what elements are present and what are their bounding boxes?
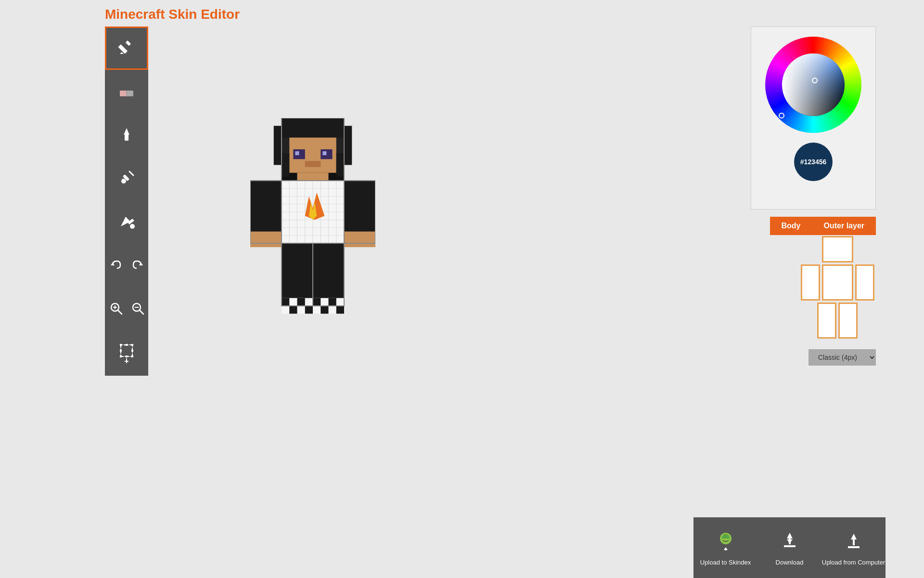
zoom-in-button[interactable] — [105, 287, 127, 330]
svg-rect-67 — [289, 306, 297, 314]
svg-marker-11 — [111, 263, 115, 265]
svg-rect-32 — [282, 118, 344, 138]
upload-computer-label: Upload from Computer — [822, 559, 886, 566]
color-hex-display[interactable]: #123456 — [794, 143, 833, 181]
svg-rect-38 — [322, 151, 326, 155]
svg-rect-23 — [131, 344, 133, 346]
svg-rect-91 — [784, 545, 796, 547]
layer-buttons: Body Outer layer — [770, 217, 876, 235]
color-wheel[interactable] — [765, 37, 861, 133]
color-picker-panel: #123456 — [751, 26, 876, 210]
svg-rect-94 — [853, 539, 855, 545]
undo-button[interactable] — [105, 243, 127, 287]
body-layer-button[interactable]: Body — [770, 217, 812, 235]
undo-redo-row — [105, 243, 148, 287]
redo-button[interactable] — [127, 243, 148, 287]
svg-rect-77 — [344, 126, 352, 165]
bottom-action-bar: Upload to Skindex Download Upload from C… — [693, 517, 886, 578]
svg-rect-22 — [126, 344, 128, 346]
svg-point-85 — [722, 535, 725, 538]
select-tool[interactable] — [105, 330, 148, 376]
svg-rect-76 — [274, 126, 282, 165]
right-leg-part[interactable] — [838, 302, 858, 339]
upload-skindex-button[interactable]: Upload to Skindex — [693, 517, 757, 578]
svg-rect-63 — [313, 243, 344, 306]
stamp-tool[interactable] — [105, 113, 148, 157]
eraser-tool[interactable] — [105, 70, 148, 113]
svg-rect-62 — [282, 243, 313, 306]
svg-point-7 — [121, 179, 126, 184]
upload-skindex-icon — [715, 530, 736, 555]
svg-rect-26 — [126, 355, 128, 357]
svg-rect-6 — [125, 134, 128, 141]
svg-rect-88 — [725, 548, 726, 551]
color-saturation-picker[interactable] — [782, 53, 845, 116]
svg-rect-95 — [848, 546, 860, 548]
svg-point-10 — [130, 224, 135, 229]
svg-rect-60 — [250, 232, 282, 248]
svg-rect-4 — [120, 91, 127, 96]
pencil-tool[interactable] — [105, 26, 148, 70]
svg-rect-61 — [344, 232, 375, 248]
download-label: Download — [776, 559, 804, 566]
app-title: Minecraft Skin Editor — [105, 7, 240, 22]
svg-rect-1 — [118, 44, 128, 54]
upload-skindex-label: Upload to Skindex — [700, 559, 751, 566]
svg-rect-66 — [282, 298, 289, 306]
right-arm-part[interactable] — [855, 264, 874, 301]
fill-tool[interactable] — [105, 200, 148, 243]
upload-computer-icon — [843, 530, 864, 555]
svg-marker-12 — [139, 263, 143, 265]
svg-rect-20 — [121, 345, 132, 356]
toolbar — [105, 26, 148, 376]
svg-rect-69 — [305, 306, 313, 314]
svg-rect-24 — [131, 350, 133, 352]
svg-rect-72 — [329, 298, 336, 306]
svg-rect-28 — [120, 350, 122, 352]
skin-preview[interactable] — [250, 118, 375, 368]
svg-rect-74 — [282, 153, 289, 177]
svg-marker-92 — [787, 539, 793, 543]
left-leg-part[interactable] — [817, 302, 836, 339]
download-icon — [779, 530, 800, 555]
zoom-row — [105, 287, 148, 330]
svg-point-86 — [726, 535, 729, 538]
svg-rect-68 — [297, 298, 305, 306]
skin-type-dropdown-container: Classic (4px) Slim (3px) — [808, 349, 876, 366]
body-parts-selector — [789, 236, 886, 339]
svg-marker-2 — [120, 52, 124, 54]
svg-line-9 — [129, 171, 133, 175]
skin-type-dropdown[interactable]: Classic (4px) Slim (3px) — [808, 349, 876, 366]
svg-rect-0 — [126, 40, 131, 46]
svg-rect-37 — [295, 151, 299, 155]
torso-part[interactable] — [822, 264, 853, 301]
eyedropper-tool[interactable] — [105, 157, 148, 200]
outer-layer-button[interactable]: Outer layer — [812, 217, 876, 235]
upload-computer-button[interactable]: Upload from Computer — [821, 517, 886, 578]
svg-rect-71 — [321, 306, 328, 314]
svg-rect-40 — [297, 173, 329, 181]
svg-rect-73 — [336, 306, 344, 314]
svg-rect-25 — [131, 355, 133, 357]
svg-line-18 — [140, 310, 143, 314]
svg-line-14 — [118, 310, 122, 314]
color-wheel-container[interactable] — [765, 37, 861, 133]
download-button[interactable]: Download — [757, 517, 821, 578]
svg-rect-75 — [336, 153, 344, 177]
svg-rect-39 — [305, 161, 321, 167]
svg-rect-27 — [120, 355, 122, 357]
svg-rect-70 — [313, 298, 321, 306]
skin-canvas-area[interactable] — [192, 26, 433, 460]
left-arm-part[interactable] — [801, 264, 820, 301]
head-part[interactable] — [822, 236, 853, 263]
svg-rect-21 — [120, 344, 122, 346]
zoom-out-button[interactable] — [127, 287, 148, 330]
